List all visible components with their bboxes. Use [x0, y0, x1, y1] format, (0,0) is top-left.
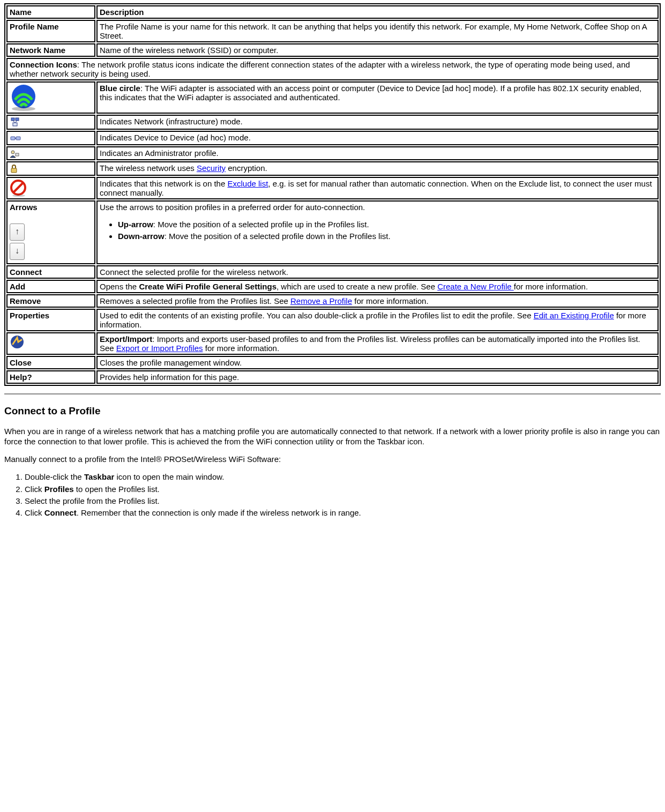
- cell-desc: Used to edit the contents of an existing…: [96, 309, 659, 331]
- lock-icon: [10, 164, 18, 174]
- bold: Profiles: [44, 485, 74, 494]
- desc: : The WiFi adapter is associated with an…: [100, 84, 641, 102]
- svg-rect-2: [11, 118, 14, 121]
- edit-profile-link[interactable]: Edit an Existing Profile: [534, 311, 614, 320]
- cell-name: Arrows ↑ ↓: [6, 200, 95, 264]
- pre: Click: [25, 508, 44, 517]
- export-import-link[interactable]: Export or Import Profiles: [116, 344, 203, 353]
- row-export: Export/Import: Imports and exports user-…: [6, 332, 659, 355]
- post: for more information.: [352, 296, 429, 306]
- down-item: Down-arrow: Move the position of a selec…: [118, 231, 655, 242]
- row-exclude: Indicates that this network is on the Ex…: [6, 177, 659, 199]
- pre: Indicates that this network is on the: [100, 179, 227, 188]
- cell-desc: Connect the selected profile for the wir…: [96, 265, 659, 279]
- svg-point-15: [12, 195, 25, 197]
- cell-desc: The wireless network uses Security encry…: [96, 161, 659, 176]
- step-4: Click Connect. Remember that the connect…: [25, 508, 661, 518]
- row-admin: Indicates an Administrator profile.: [6, 146, 659, 160]
- svg-rect-4: [13, 123, 17, 126]
- row-security: The wireless network uses Security encry…: [6, 161, 659, 176]
- bold: Create WiFi Profile General Settings: [139, 282, 277, 291]
- cell-icon: [6, 177, 95, 199]
- cell-name: Connect: [6, 265, 95, 279]
- cell-desc: Opens the Create WiFi Profile General Se…: [96, 280, 659, 293]
- infrastructure-icon: [10, 117, 20, 128]
- svg-point-10: [11, 151, 14, 154]
- col-name: Name: [6, 5, 95, 19]
- row-adhoc: Indicates Device to Device (ad hoc) mode…: [6, 131, 659, 145]
- svg-point-1: [12, 107, 35, 111]
- row-arrows: Arrows ↑ ↓ Use the arrows to position pr…: [6, 200, 659, 264]
- security-link[interactable]: Security: [197, 163, 226, 173]
- label: Blue circle: [100, 84, 140, 93]
- wifi-associated-icon: [10, 84, 38, 111]
- label: Connection Icons: [10, 60, 77, 69]
- label: Export/Import: [100, 334, 152, 344]
- cell-full: Connection Icons: The network profile st…: [6, 58, 659, 80]
- admin-icon: [10, 150, 19, 158]
- col-desc: Description: [96, 5, 659, 19]
- cell-desc: Use the arrows to position profiles in a…: [96, 200, 659, 264]
- post: icon to open the main window.: [114, 472, 224, 481]
- section-title: Connect to a Profile: [4, 405, 661, 417]
- row-blue-circle: Blue circle: The WiFi adapter is associa…: [6, 81, 659, 114]
- pre: Opens the: [100, 282, 139, 291]
- cell-desc: Closes the profile management window.: [96, 356, 659, 369]
- section-p1: When you are in range of a wireless netw…: [4, 427, 661, 447]
- pre: Double-click the: [25, 472, 84, 481]
- remove-profile-link[interactable]: Remove a Profile: [290, 296, 352, 306]
- cell-icon: [6, 115, 95, 130]
- exclude-link[interactable]: Exclude list: [227, 179, 268, 188]
- exclude-icon: [10, 179, 28, 197]
- cell-name: Network Name: [6, 43, 95, 57]
- up-arrow-icon: ↑: [10, 224, 25, 241]
- up-desc: : Move the position of a selected profil…: [153, 220, 369, 229]
- svg-rect-12: [11, 168, 17, 173]
- step-3: Select the profile from the Profiles lis…: [25, 496, 661, 506]
- label: Arrows: [10, 203, 38, 212]
- row-network-name: Network Name Name of the wireless networ…: [6, 43, 659, 57]
- intro: Use the arrows to position profiles in a…: [100, 203, 365, 212]
- cell-desc: Indicates Device to Device (ad hoc) mode…: [96, 131, 659, 145]
- cell-name: Properties: [6, 309, 95, 331]
- cell-icon: [6, 131, 95, 145]
- up-label: Up-arrow: [118, 220, 153, 229]
- row-remove: Remove Removes a selected profile from t…: [6, 294, 659, 308]
- bold: Taskbar: [84, 472, 114, 481]
- steps-list: Double-click the Taskbar icon to open th…: [4, 472, 661, 518]
- cell-name: Add: [6, 280, 95, 293]
- adhoc-icon: [10, 133, 21, 143]
- svg-rect-7: [11, 137, 15, 140]
- row-connect: Connect Connect the selected profile for…: [6, 265, 659, 279]
- svg-line-5: [13, 121, 15, 123]
- row-profile-name: Profile Name The Profile Name is your na…: [6, 20, 659, 42]
- svg-rect-3: [16, 118, 19, 121]
- post: to open the Profiles list.: [74, 485, 160, 494]
- svg-rect-8: [16, 137, 20, 140]
- row-connection-icons: Connection Icons: The network profile st…: [6, 58, 659, 80]
- pre: Used to edit the contents of an existing…: [100, 311, 534, 320]
- cell-desc: Indicates Network (infrastructure) mode.: [96, 115, 659, 130]
- post: for more information.: [203, 344, 280, 353]
- cell-desc: Blue circle: The WiFi adapter is associa…: [96, 81, 659, 114]
- cell-desc: Export/Import: Imports and exports user-…: [96, 332, 659, 355]
- cell-name: Close: [6, 356, 95, 369]
- cell-icon: [6, 161, 95, 176]
- cell-icon: [6, 332, 95, 355]
- row-add: Add Opens the Create WiFi Profile Genera…: [6, 280, 659, 293]
- down-desc: : Move the position of a selected profil…: [165, 232, 391, 241]
- step-2: Click Profiles to open the Profiles list…: [25, 484, 661, 495]
- cell-desc: Removes a selected profile from the Prof…: [96, 294, 659, 308]
- bold: Connect: [44, 508, 77, 517]
- pre: The wireless network uses: [100, 163, 197, 173]
- desc: : The network profile status icons indic…: [10, 60, 630, 78]
- cell-desc: Indicates an Administrator profile.: [96, 146, 659, 160]
- post: . Remember that the connection is only m…: [77, 508, 361, 517]
- down-arrow-icon: ↓: [10, 243, 25, 260]
- cell-icon: [6, 81, 95, 114]
- row-infra: Indicates Network (infrastructure) mode.: [6, 115, 659, 130]
- cell-name: Help?: [6, 370, 95, 384]
- section-p2: Manually connect to a profile from the I…: [4, 455, 661, 465]
- create-profile-link[interactable]: Create a New Profile: [437, 282, 514, 291]
- post: for more information.: [514, 282, 588, 291]
